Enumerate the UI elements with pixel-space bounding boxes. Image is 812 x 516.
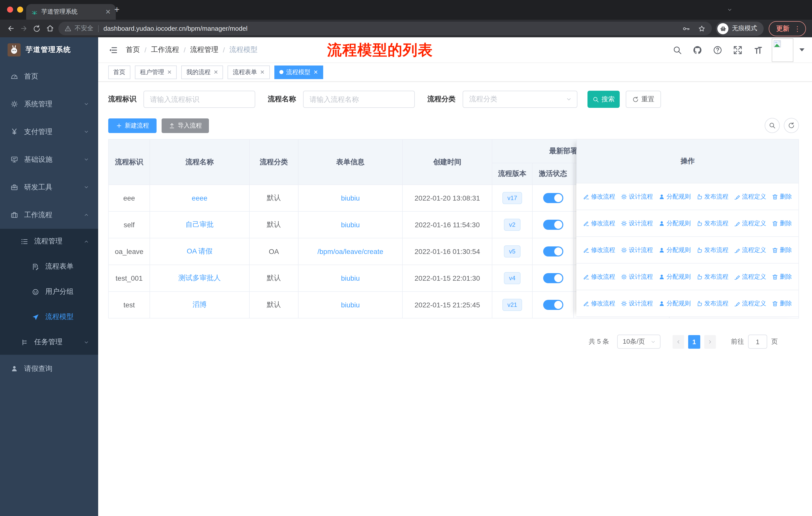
action-trash-link[interactable]: 删除 [772, 272, 792, 281]
process-key-input[interactable] [143, 91, 255, 108]
process-name-link[interactable]: 滔博 [193, 300, 207, 308]
sidebar-item-workflow[interactable]: 工作流程 [0, 201, 98, 229]
action-gear-link[interactable]: 设计流程 [621, 299, 653, 308]
action-edit-link[interactable]: 修改流程 [583, 272, 615, 281]
sidebar-item-home[interactable]: 首页 [0, 62, 98, 90]
browser-menu-icon[interactable]: ⋮ [794, 24, 801, 32]
form-info-link[interactable]: biubiu [341, 221, 360, 229]
page-size-select[interactable]: 10条/页 [617, 334, 661, 349]
page-number-button[interactable]: 1 [688, 335, 700, 349]
next-page-button[interactable] [704, 335, 716, 349]
search-button[interactable]: 搜索 [587, 91, 620, 108]
action-trash-link[interactable]: 删除 [772, 246, 792, 254]
active-toggle[interactable] [543, 273, 563, 283]
url-text[interactable]: dashboard.yudao.iocoder.cn/bpm/manager/m… [104, 25, 248, 32]
active-toggle[interactable] [543, 300, 563, 310]
password-key-icon[interactable] [682, 24, 690, 32]
breadcrumb-item-1[interactable]: 工作流程 [151, 45, 179, 54]
action-pen-link[interactable]: 流程定义 [734, 192, 766, 201]
action-thumb-link[interactable]: 发布流程 [696, 192, 728, 201]
action-gear-link[interactable]: 设计流程 [621, 246, 653, 254]
tag-close-icon[interactable]: ✕ [213, 69, 218, 75]
url-bar[interactable]: 不安全 dashboard.yudao.iocoder.cn/bpm/manag… [58, 22, 712, 35]
action-thumb-link[interactable]: 发布流程 [696, 246, 728, 254]
form-info-link[interactable]: biubiu [341, 194, 360, 202]
form-info-link[interactable]: biubiu [341, 274, 360, 282]
update-button[interactable]: 更新 ⋮ [769, 21, 806, 36]
form-info-link[interactable]: biubiu [341, 301, 360, 309]
action-thumb-link[interactable]: 发布流程 [696, 219, 728, 227]
avatar-caret-icon[interactable] [800, 48, 805, 51]
reset-button[interactable]: 重置 [626, 91, 661, 108]
action-pen-link[interactable]: 流程定义 [734, 219, 766, 227]
action-gear-link[interactable]: 设计流程 [621, 272, 653, 281]
process-name-input[interactable] [303, 91, 415, 108]
process-name-link[interactable]: 自己审批 [185, 220, 214, 228]
user-avatar[interactable] [772, 38, 793, 62]
goto-page-input[interactable] [748, 334, 767, 349]
bookmark-star-icon[interactable] [698, 24, 706, 32]
import-process-button[interactable]: 导入流程 [162, 118, 209, 133]
forward-button[interactable] [17, 22, 30, 35]
category-select[interactable]: 流程分类 [463, 91, 577, 108]
action-pen-link[interactable]: 流程定义 [734, 272, 766, 281]
tag-3[interactable]: 流程表单 ✕ [228, 65, 269, 79]
prev-page-button[interactable] [672, 335, 684, 349]
action-edit-link[interactable]: 修改流程 [583, 246, 615, 254]
not-secure-label[interactable]: 不安全 [75, 24, 93, 33]
refresh-table-button[interactable] [784, 118, 799, 133]
browser-tab[interactable]: 芋道管理系统 ✕ [26, 4, 116, 20]
sidebar-item-process-form[interactable]: 流程表单 [0, 254, 98, 279]
form-info-link[interactable]: /bpm/oa/leave/create [317, 247, 383, 255]
process-name-link[interactable]: 测试多审批人 [178, 274, 221, 282]
github-icon[interactable] [693, 45, 702, 55]
fullscreen-icon[interactable] [733, 45, 743, 55]
tag-2[interactable]: 我的流程 ✕ [181, 65, 223, 79]
window-minimize-button[interactable] [17, 6, 23, 12]
action-user-link[interactable]: 分配规则 [659, 246, 691, 254]
action-edit-link[interactable]: 修改流程 [583, 192, 615, 201]
action-user-link[interactable]: 分配规则 [659, 192, 691, 201]
search-icon[interactable] [672, 45, 682, 55]
tab-close-icon[interactable]: ✕ [105, 8, 111, 15]
tag-close-icon[interactable]: ✕ [260, 69, 265, 75]
tag-close-icon[interactable]: ✕ [167, 69, 172, 75]
home-button[interactable] [43, 22, 56, 35]
action-user-link[interactable]: 分配规则 [659, 272, 691, 281]
action-trash-link[interactable]: 删除 [772, 219, 792, 227]
breadcrumb-item-0[interactable]: 首页 [126, 45, 140, 54]
action-pen-link[interactable]: 流程定义 [734, 299, 766, 308]
action-edit-link[interactable]: 修改流程 [583, 219, 615, 227]
sidebar-item-process-model[interactable]: 流程模型 [0, 304, 98, 330]
reload-button[interactable] [30, 22, 43, 35]
process-name-link[interactable]: eeee [192, 194, 207, 202]
tag-close-icon[interactable]: ✕ [313, 69, 318, 75]
action-edit-link[interactable]: 修改流程 [583, 299, 615, 308]
action-thumb-link[interactable]: 发布流程 [696, 299, 728, 308]
active-toggle[interactable] [543, 193, 563, 203]
active-toggle[interactable] [543, 220, 563, 230]
action-thumb-link[interactable]: 发布流程 [696, 272, 728, 281]
process-name-link[interactable]: OA 请假 [187, 247, 213, 255]
window-close-button[interactable] [7, 6, 13, 12]
new-tab-button[interactable]: + [114, 4, 120, 15]
breadcrumb-item-2[interactable]: 流程管理 [190, 45, 219, 54]
sidebar-item-task-manage[interactable]: 任务管理 [0, 330, 98, 355]
action-gear-link[interactable]: 设计流程 [621, 219, 653, 227]
sidebar-item-user-group[interactable]: 用户分组 [0, 279, 98, 304]
action-user-link[interactable]: 分配规则 [659, 299, 691, 308]
action-trash-link[interactable]: 删除 [772, 192, 792, 201]
font-size-icon[interactable] [753, 45, 763, 55]
sidebar-item-devtool[interactable]: 研发工具 [0, 173, 98, 201]
sidebar-item-infra[interactable]: 基础设施 [0, 146, 98, 173]
action-gear-link[interactable]: 设计流程 [621, 192, 653, 201]
sidebar-item-process-manage[interactable]: 流程管理 [0, 229, 98, 254]
tag-0[interactable]: 首页 [108, 65, 130, 79]
help-icon[interactable] [713, 45, 722, 55]
sidebar-item-system[interactable]: 系统管理 [0, 90, 98, 118]
back-button[interactable] [4, 22, 17, 35]
action-user-link[interactable]: 分配规则 [659, 219, 691, 227]
action-pen-link[interactable]: 流程定义 [734, 246, 766, 254]
action-trash-link[interactable]: 删除 [772, 299, 792, 308]
tag-1[interactable]: 租户管理 ✕ [135, 65, 177, 79]
